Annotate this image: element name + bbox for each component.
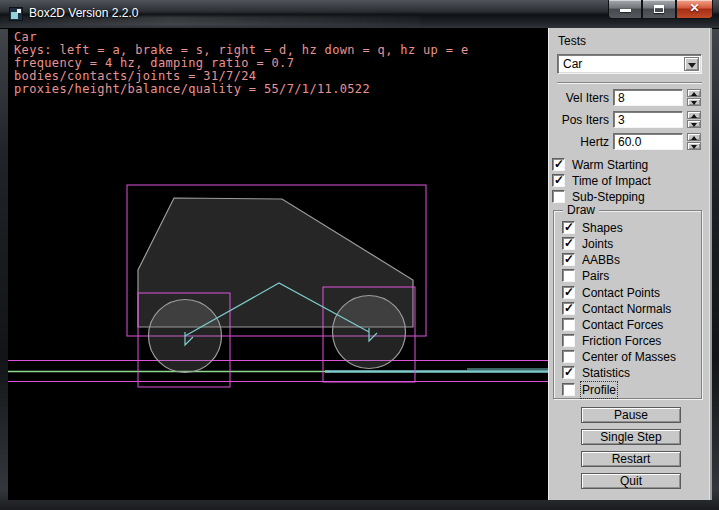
vel-iters-down-button[interactable] xyxy=(687,98,701,106)
checkbox-box[interactable]: ✓ xyxy=(562,383,575,396)
app-window: Box2D Version 2.2.0 ✕ xyxy=(0,0,719,510)
scene-graphics xyxy=(8,28,548,500)
draw-statistics-checkbox[interactable]: ✓ Statistics xyxy=(562,366,697,380)
app-icon xyxy=(9,7,23,21)
control-panel: Tests Car Vel Iters 8 Pos Iters 3 xyxy=(548,28,712,500)
checkbox-box[interactable]: ✓ xyxy=(552,190,565,203)
restart-button[interactable]: Restart xyxy=(581,451,681,467)
checkbox-box[interactable]: ✓ xyxy=(552,174,565,187)
arrow-down-icon xyxy=(691,145,697,149)
checkbox-box[interactable]: ✓ xyxy=(562,334,575,347)
vel-iters-label: Vel Iters xyxy=(549,91,609,105)
checkbox-box[interactable]: ✓ xyxy=(562,350,575,363)
check-icon: ✓ xyxy=(564,236,574,250)
minimize-icon xyxy=(620,9,631,12)
checkbox-box[interactable]: ✓ xyxy=(562,269,575,282)
close-icon: ✕ xyxy=(677,1,712,15)
maximize-button[interactable] xyxy=(642,0,676,19)
caption-button-group: ✕ xyxy=(608,0,713,19)
draw-center-of-masses-checkbox[interactable]: ✓ Center of Masses xyxy=(562,350,697,364)
draw-friction-forces-checkbox[interactable]: ✓ Friction Forces xyxy=(562,334,697,348)
hertz-up-button[interactable] xyxy=(687,133,701,141)
warm-starting-checkbox[interactable]: ✓ Warm Starting xyxy=(552,158,702,172)
draw-group-label: Draw xyxy=(563,203,599,217)
draw-aabbs-checkbox[interactable]: ✓ AABBs xyxy=(562,253,697,267)
check-icon: ✓ xyxy=(564,365,574,379)
checkbox-box[interactable]: ✓ xyxy=(562,221,575,234)
checkbox-box[interactable]: ✓ xyxy=(562,366,575,379)
close-button[interactable]: ✕ xyxy=(676,0,713,19)
draw-contact-points-checkbox[interactable]: ✓ Contact Points xyxy=(562,286,697,300)
check-icon: ✓ xyxy=(564,285,574,299)
hertz-input[interactable]: 60.0 xyxy=(613,133,683,150)
vel-iters-spinner: Vel Iters 8 xyxy=(549,89,713,106)
time-of-impact-checkbox[interactable]: ✓ Time of Impact xyxy=(552,174,702,188)
single-step-button[interactable]: Single Step xyxy=(581,429,681,445)
pos-iters-label: Pos Iters xyxy=(549,113,609,127)
draw-joints-checkbox[interactable]: ✓ Joints xyxy=(562,237,697,251)
dropdown-button[interactable] xyxy=(684,57,699,71)
minimize-button[interactable] xyxy=(608,0,642,19)
maximize-icon xyxy=(654,5,664,13)
arrow-up-icon xyxy=(691,136,697,140)
arrow-down-icon xyxy=(691,101,697,105)
arrow-up-icon xyxy=(691,92,697,96)
hertz-label: Hertz xyxy=(549,135,609,149)
pos-iters-spinner: Pos Iters 3 xyxy=(549,111,713,128)
check-icon: ✓ xyxy=(554,157,564,171)
hertz-down-button[interactable] xyxy=(687,142,701,150)
pos-iters-down-button[interactable] xyxy=(687,120,701,128)
arrow-up-icon xyxy=(691,114,697,118)
pos-iters-up-button[interactable] xyxy=(687,111,701,119)
draw-pairs-checkbox[interactable]: ✓ Pairs xyxy=(562,269,697,283)
debug-text-overlay: Car Keys: left = a, brake = s, right = d… xyxy=(14,31,468,96)
checkbox-box[interactable]: ✓ xyxy=(562,237,575,250)
window-title: Box2D Version 2.2.0 xyxy=(29,0,138,28)
chevron-down-icon xyxy=(688,63,696,68)
vel-iters-up-button[interactable] xyxy=(687,89,701,97)
draw-profile-checkbox[interactable]: ✓ Profile xyxy=(562,383,697,397)
checkbox-box[interactable]: ✓ xyxy=(562,253,575,266)
checkbox-box[interactable]: ✓ xyxy=(562,318,575,331)
hud-proxies-line: proxies/height/balance/quality = 55/7/1/… xyxy=(14,83,468,96)
arrow-down-icon xyxy=(691,123,697,127)
quit-button[interactable]: Quit xyxy=(581,473,681,489)
test-select-dropdown[interactable]: Car xyxy=(557,54,702,74)
checkbox-box[interactable]: ✓ xyxy=(552,158,565,171)
separator xyxy=(557,82,702,84)
draw-contact-normals-checkbox[interactable]: ✓ Contact Normals xyxy=(562,302,697,316)
vel-iters-input[interactable]: 8 xyxy=(613,89,683,106)
hertz-spinner: Hertz 60.0 xyxy=(549,133,713,150)
check-icon: ✓ xyxy=(554,173,564,187)
pause-button[interactable]: Pause xyxy=(581,407,681,423)
checkbox-box[interactable]: ✓ xyxy=(562,302,575,315)
draw-groupbox: Draw ✓ Shapes ✓ Joints ✓ AABBs ✓ Pairs ✓… xyxy=(553,210,702,399)
sub-stepping-checkbox[interactable]: ✓ Sub-Stepping xyxy=(552,190,702,204)
check-icon: ✓ xyxy=(564,252,574,266)
check-icon: ✓ xyxy=(564,301,574,315)
pos-iters-input[interactable]: 3 xyxy=(613,111,683,128)
draw-contact-forces-checkbox[interactable]: ✓ Contact Forces xyxy=(562,318,697,332)
draw-shapes-checkbox[interactable]: ✓ Shapes xyxy=(562,221,697,235)
test-select-value: Car xyxy=(563,57,582,71)
tests-label: Tests xyxy=(558,34,586,48)
checkbox-box[interactable]: ✓ xyxy=(562,286,575,299)
check-icon: ✓ xyxy=(564,220,574,234)
simulation-viewport[interactable]: Car Keys: left = a, brake = s, right = d… xyxy=(8,28,548,500)
